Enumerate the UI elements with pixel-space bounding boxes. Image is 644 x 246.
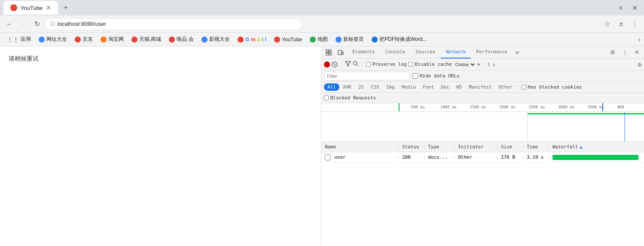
blocked-requests-checkbox[interactable]: [324, 95, 329, 100]
back-button[interactable]: ←: [3, 18, 15, 30]
type-filter-js[interactable]: JS: [355, 83, 367, 91]
menu-button[interactable]: ⋮: [629, 18, 641, 30]
restore-button[interactable]: ⧉: [615, 2, 627, 14]
svg-marker-8: [345, 62, 351, 66]
waterfall-bar: [552, 155, 638, 160]
tab-favicon: [10, 4, 17, 11]
device-toolbar-button[interactable]: [335, 47, 346, 58]
preserve-log-checkbox[interactable]: [366, 62, 371, 67]
bookmark-pdf[interactable]: 把PDF转换成Word...: [368, 35, 430, 44]
url-text: localhost:8090/user: [58, 21, 106, 27]
upload-button[interactable]: ↑: [487, 61, 491, 68]
col-header-type[interactable]: Type: [424, 144, 455, 150]
ruler-tick-2000: 2000 ms: [499, 105, 516, 109]
type-filter-other[interactable]: Other: [495, 83, 516, 91]
table-header: Name Status Type Initiator Size Time: [321, 142, 644, 152]
col-header-waterfall[interactable]: Waterfall ▲: [549, 144, 644, 150]
type-filter-doc[interactable]: Doc: [437, 83, 453, 91]
col-header-size[interactable]: Size: [497, 144, 523, 150]
bookmark-button[interactable]: ☆: [601, 18, 613, 30]
inspect-element-button[interactable]: [323, 47, 334, 58]
active-tab[interactable]: YouTube ✕: [3, 1, 58, 15]
row-waterfall: [549, 155, 644, 160]
col-header-initiator[interactable]: Initiator: [455, 144, 497, 150]
row-name: user: [321, 154, 399, 160]
svg-line-10: [357, 65, 358, 66]
network-settings-button[interactable]: ⚙: [638, 61, 641, 68]
type-filter-ws[interactable]: WS: [453, 83, 465, 91]
hide-data-urls-checkbox[interactable]: [412, 73, 418, 79]
bookmarks-more-icon[interactable]: ›: [638, 36, 641, 43]
toolbar-separator-1: [341, 61, 342, 68]
filter-icon[interactable]: [345, 61, 351, 68]
type-filter-xhr[interactable]: XHR: [339, 83, 355, 91]
pdf-icon: [372, 37, 378, 43]
bookmark-yingshi[interactable]: 影视大全: [198, 35, 233, 44]
toolbar-separator-3: [483, 61, 484, 68]
row-time: 3.19 s: [523, 154, 549, 160]
hide-data-urls-label[interactable]: Hide data URLs: [412, 73, 460, 79]
bookmark-jingdong[interactable]: 京东: [71, 35, 96, 44]
bookmark-wangzhi[interactable]: 网址大全: [35, 35, 70, 44]
new-tab-button[interactable]: +: [60, 2, 72, 14]
disable-cache-label[interactable]: Disable cache: [408, 62, 452, 67]
svg-rect-1: [329, 50, 331, 52]
type-filter-css[interactable]: CSS: [367, 83, 383, 91]
close-window-button[interactable]: ✕: [629, 2, 641, 14]
ruler-tick-2500: 2500 ms: [529, 105, 545, 109]
col-header-name[interactable]: Name: [321, 144, 399, 150]
type-filter-media[interactable]: Media: [398, 83, 419, 91]
type-filter-font[interactable]: Font: [419, 83, 438, 91]
type-filter-img[interactable]: Img: [383, 83, 398, 91]
disable-cache-checkbox[interactable]: [408, 62, 413, 67]
blocked-requests-label[interactable]: Blocked Requests: [324, 95, 376, 101]
search-icon[interactable]: [353, 61, 359, 68]
tab-sources[interactable]: Sources: [410, 46, 440, 58]
bookmark-tianmao[interactable]: 天猫.商城: [128, 35, 165, 44]
type-filter-all[interactable]: All: [324, 83, 339, 91]
bookmark-youtube[interactable]: YouTube: [271, 36, 305, 43]
tabs-more-button[interactable]: »: [513, 48, 522, 56]
tab-console[interactable]: Console: [380, 46, 410, 58]
download-button[interactable]: ↓: [492, 61, 496, 68]
devtools-close-button[interactable]: ✕: [631, 47, 642, 58]
bookmark-vip[interactable]: 唯品.会: [165, 35, 197, 44]
col-header-time[interactable]: Time: [523, 144, 549, 150]
timeline-ruler: 500 ms 1000 ms 1500 ms 2000 ms 2500 ms 3…: [321, 103, 644, 112]
url-bar[interactable]: ⓘ localhost:8090/user: [45, 18, 302, 30]
reload-button[interactable]: ↻: [31, 18, 43, 30]
devtools-tabs: Elements Console Sources Network Perform…: [347, 46, 606, 58]
tab-elements[interactable]: Elements: [347, 46, 380, 58]
bookmark-taobao[interactable]: 淘宝网: [97, 35, 127, 44]
svg-rect-5: [342, 52, 343, 55]
col-header-status[interactable]: Status: [399, 144, 424, 150]
has-blocked-cookies-label[interactable]: Has blocked cookies: [522, 84, 582, 90]
forward-button[interactable]: →: [17, 18, 29, 30]
record-button[interactable]: [324, 62, 330, 68]
profile-button[interactable]: ♬: [615, 18, 627, 30]
bookmark-ditu[interactable]: 地图: [306, 35, 331, 44]
row-select-checkbox[interactable]: [325, 154, 331, 160]
row-initiator: Other: [455, 154, 497, 160]
filter-input[interactable]: [324, 72, 410, 80]
tab-close-icon[interactable]: ✕: [46, 4, 51, 11]
table-row[interactable]: user 200 docu... Other 176 B 3.19 s: [321, 152, 644, 163]
row-type: docu...: [424, 154, 455, 160]
tab-performance[interactable]: Performance: [471, 46, 513, 58]
devtools-toolbar: Preserve log Disable cache Online ▼ ↑ ↓ …: [321, 58, 644, 71]
bookmark-apps[interactable]: ⋮⋮ 应用: [3, 35, 34, 44]
clear-button[interactable]: [332, 62, 338, 68]
throttle-select[interactable]: Online: [454, 62, 476, 68]
address-bar-actions: ☆ ♬ ⋮: [601, 18, 641, 30]
type-filter-manifest[interactable]: Manifest: [466, 83, 495, 91]
bookmark-newtab[interactable]: 新标签页: [332, 35, 367, 44]
devtools-settings-button[interactable]: ⚙: [607, 47, 618, 58]
devtools-more-button[interactable]: ⋮: [619, 47, 630, 58]
svg-rect-4: [338, 50, 342, 55]
tab-network[interactable]: Network: [441, 46, 471, 58]
devtools-header: Elements Console Sources Network Perform…: [321, 46, 644, 58]
gmail-icon: [238, 37, 244, 43]
preserve-log-label[interactable]: Preserve log: [366, 62, 406, 67]
bookmark-gmail[interactable]: Gmail: [234, 36, 270, 43]
has-blocked-cookies-checkbox[interactable]: [522, 85, 526, 89]
